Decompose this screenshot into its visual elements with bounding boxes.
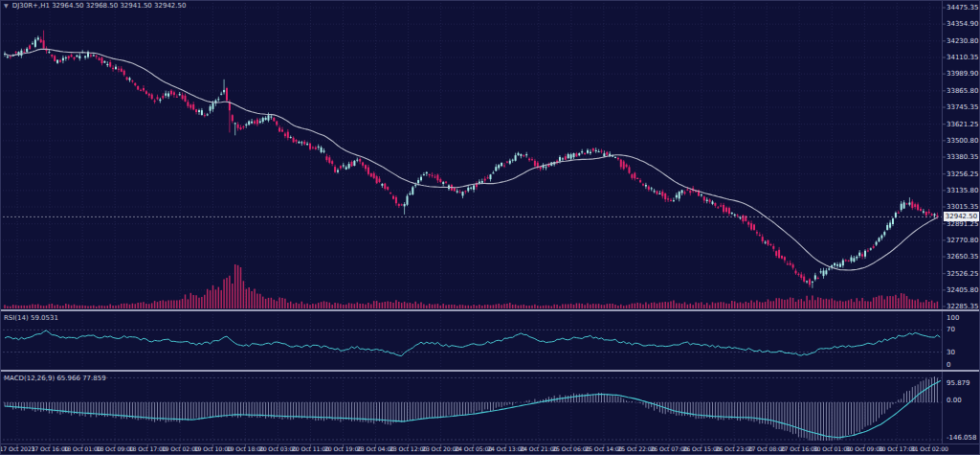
macd-value-signal: 77.859 bbox=[82, 375, 106, 382]
macd-axis-label: 0.00 bbox=[947, 397, 962, 404]
price-axis-label: 34354.90 bbox=[947, 20, 978, 28]
price-axis-label: 34230.80 bbox=[947, 37, 978, 45]
price-axis-label: 34475.35 bbox=[947, 4, 978, 11]
price-axis-label: 32405.80 bbox=[947, 286, 978, 294]
current-price-tag: 32942.50 bbox=[944, 212, 979, 221]
rsi-value: 59.0531 bbox=[31, 314, 58, 322]
panel-separator-macd[interactable] bbox=[1, 370, 980, 372]
symbol-dropdown-icon[interactable]: ▼ bbox=[4, 2, 9, 9]
symbol-timeframe-label: DJ30R+,H1 bbox=[12, 2, 50, 10]
time-axis-label: 31 Oct 02:00 bbox=[911, 445, 948, 452]
macd-line bbox=[5, 380, 941, 437]
rsi-axis-label: 70 bbox=[947, 326, 955, 333]
macd-indicator-label: MACD(12,26,9) 65.966 77.859 bbox=[4, 375, 106, 382]
ohlc-values-label: 32964.50 32968.50 32941.50 32942.50 bbox=[52, 2, 186, 10]
price-axis-label: 34110.35 bbox=[947, 54, 978, 61]
rsi-indicator-label: RSI(14) 59.0531 bbox=[4, 314, 58, 322]
price-axis-label: 33989.90 bbox=[947, 70, 978, 78]
time-axis-label: 17 Oct 2023 bbox=[0, 445, 35, 452]
macd-axis-label: 95.879 bbox=[947, 379, 970, 387]
rsi-name: RSI(14) bbox=[4, 314, 29, 322]
price-axis-label: 33500.80 bbox=[947, 137, 978, 145]
chart-canvas[interactable] bbox=[1, 1, 980, 455]
price-axis-label: 33380.35 bbox=[947, 153, 978, 161]
price-axis-label: 33256.25 bbox=[947, 171, 978, 178]
price-axis-label: 32285.35 bbox=[947, 303, 978, 310]
price-axis-label: 32650.35 bbox=[947, 253, 978, 261]
macd-name: MACD(12,26,9) bbox=[4, 375, 55, 382]
macd-axis-label: -146.058 bbox=[947, 434, 976, 442]
price-axis-label: 32770.80 bbox=[947, 237, 978, 244]
price-axis-label: 32526.25 bbox=[947, 270, 978, 278]
price-axis-label: 33621.25 bbox=[947, 121, 978, 128]
rsi-axis-label: 100 bbox=[947, 314, 959, 322]
ohlc-info: ▼ DJ30R+,H1 32964.50 32968.50 32941.50 3… bbox=[4, 2, 186, 10]
price-axis-label: 33745.35 bbox=[947, 103, 978, 111]
rsi-axis-label: 30 bbox=[947, 349, 955, 356]
time-axis[interactable]: 17 Oct 202317 Oct 16:0018 Oct 01:0018 Oc… bbox=[1, 444, 980, 455]
price-axis-label: 33015.35 bbox=[947, 203, 978, 211]
macd-value-main: 65.966 bbox=[56, 375, 80, 382]
price-axis-label: 33135.80 bbox=[947, 187, 978, 194]
price-axis-label: 33865.80 bbox=[947, 87, 978, 95]
trading-chart-window: ▼ DJ30R+,H1 32964.50 32968.50 32941.50 3… bbox=[0, 0, 980, 455]
macd-histogram bbox=[5, 376, 937, 441]
price-axis[interactable]: 34475.3534354.9034230.8034110.3533989.90… bbox=[943, 1, 980, 444]
ma-line bbox=[5, 49, 937, 270]
panel-separator-rsi[interactable] bbox=[1, 309, 980, 311]
rsi-axis-label: 0 bbox=[947, 361, 950, 369]
volume-layer bbox=[5, 264, 937, 308]
